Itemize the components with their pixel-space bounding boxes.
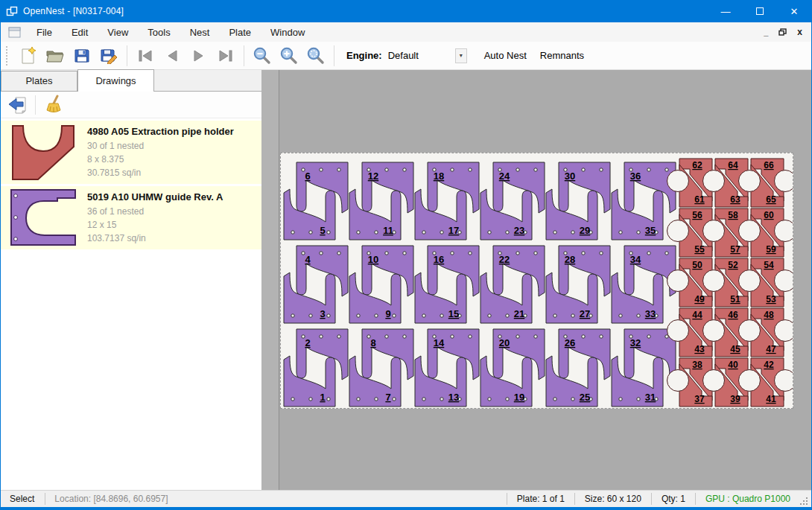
nested-part-34[interactable]: 34 <box>624 246 676 296</box>
svg-text:45: 45 <box>730 344 740 354</box>
svg-text:54: 54 <box>764 260 774 270</box>
red-part-circular-cutout <box>667 370 689 392</box>
nested-part-1[interactable] <box>284 356 335 407</box>
nested-part-36[interactable]: 36 <box>624 162 676 213</box>
red-part-circular-cutout <box>703 170 725 192</box>
minimize-icon[interactable]: — <box>708 0 743 22</box>
plate[interactable]: 6512111817242330293635431091615222128273… <box>280 153 793 409</box>
nested-part-22[interactable]: 22 <box>493 246 545 296</box>
nested-part-14[interactable]: 14 <box>428 329 479 380</box>
toolbar-grip[interactable] <box>6 46 10 66</box>
svg-text:10: 10 <box>368 254 378 265</box>
zoom-out-button[interactable] <box>249 44 276 68</box>
svg-text:55: 55 <box>694 244 705 255</box>
svg-text:26: 26 <box>565 337 575 348</box>
svg-text:39: 39 <box>730 394 740 404</box>
nested-part-26[interactable]: 26 <box>559 329 610 380</box>
svg-text:12: 12 <box>368 170 378 182</box>
nested-part-4[interactable]: 4 <box>296 246 348 296</box>
nested-part-32[interactable]: 32 <box>624 329 676 380</box>
mdi-restore-icon[interactable] <box>778 27 787 38</box>
nested-pair: 2423 <box>480 162 545 240</box>
previous-plate-button[interactable] <box>159 44 185 68</box>
engine-combo: Engine: Default ▾ <box>346 48 478 63</box>
nested-part-2[interactable]: 2 <box>296 329 348 380</box>
menu-plate[interactable]: Plate <box>219 24 261 41</box>
red-part-circular-cutout <box>775 370 793 392</box>
tab-drawings[interactable]: Drawings <box>77 69 154 92</box>
mdi-minimize-icon[interactable]: _ <box>764 30 768 34</box>
drawing-size: 8 x 8.375 <box>87 153 257 166</box>
nested-part-8[interactable]: 8 <box>362 329 413 380</box>
engine-value[interactable]: Default <box>388 50 455 61</box>
main-toolbar: Engine: Default ▾ Auto Nest Remnants <box>1 42 811 70</box>
nested-part-9[interactable] <box>349 272 401 323</box>
app-window: OpenNest - [N0317-004] — ✕ FileEditViewT… <box>0 0 812 510</box>
toolbar-separator <box>127 45 127 66</box>
save-as-button[interactable] <box>95 44 122 68</box>
last-plate-button[interactable] <box>212 44 239 68</box>
nested-part-16[interactable]: 16 <box>428 246 479 296</box>
status-gpu: GPU : Quadro P1000 <box>696 494 800 504</box>
svg-text:15: 15 <box>448 308 459 319</box>
nested-pair: 65 <box>284 162 348 240</box>
menu-nest[interactable]: Nest <box>180 24 220 41</box>
nested-part-20[interactable]: 20 <box>493 329 545 380</box>
nested-part-18[interactable]: 18 <box>428 162 479 213</box>
return-drawing-icon[interactable] <box>5 94 31 116</box>
maximize-icon[interactable] <box>743 0 777 22</box>
svg-text:63: 63 <box>730 194 740 205</box>
close-icon[interactable]: ✕ <box>777 0 811 22</box>
menu-file[interactable]: File <box>27 24 62 41</box>
drawing-item[interactable]: 4980 A05 Extraction pipe holder30 of 1 n… <box>1 121 261 184</box>
zoom-fit-button[interactable] <box>302 44 329 68</box>
svg-text:65: 65 <box>766 194 776 205</box>
nested-part-3[interactable] <box>284 272 335 323</box>
svg-text:5: 5 <box>320 225 325 236</box>
nested-part-7[interactable] <box>349 356 401 407</box>
new-file-button[interactable] <box>15 44 42 68</box>
clear-drawings-icon[interactable] <box>40 94 66 116</box>
nested-part-12[interactable]: 12 <box>362 162 413 213</box>
nested-part-6[interactable]: 6 <box>296 162 348 213</box>
auto-nest-button[interactable]: Auto Nest <box>478 45 533 66</box>
nested-pair: 43 <box>284 246 348 323</box>
nested-pair: 2019 <box>480 329 545 407</box>
menu-view[interactable]: View <box>98 24 138 41</box>
svg-text:21: 21 <box>514 308 524 319</box>
nested-part-10[interactable]: 10 <box>362 246 413 296</box>
drawing-title: 4980 A05 Extraction pipe holder <box>87 126 257 137</box>
next-plate-button[interactable] <box>185 44 212 68</box>
first-plate-button[interactable] <box>132 44 159 68</box>
svg-text:61: 61 <box>694 194 705 205</box>
document-window-icon[interactable] <box>8 27 21 38</box>
menu-edit[interactable]: Edit <box>62 24 98 41</box>
menu-window[interactable]: Window <box>261 24 314 41</box>
nested-part-24[interactable]: 24 <box>493 162 545 213</box>
status-location: Location: [84.8696, 60.6957] <box>45 494 177 504</box>
red-part-circular-cutout <box>739 220 761 242</box>
drawing-size: 12 x 15 <box>87 218 257 232</box>
zoom-in-button[interactable] <box>276 44 302 68</box>
resize-grip[interactable] <box>800 497 809 506</box>
mdi-close-icon[interactable]: x <box>797 27 802 37</box>
nested-part-28[interactable]: 28 <box>559 246 610 296</box>
open-file-button[interactable] <box>42 44 69 68</box>
nested-pair: 3231 <box>612 329 676 407</box>
panel-splitter[interactable] <box>261 70 279 490</box>
nested-part-30[interactable]: 30 <box>559 162 610 213</box>
nested-part-5[interactable] <box>284 189 335 240</box>
tab-plates[interactable]: Plates <box>1 71 77 91</box>
nest-canvas[interactable]: 6512111817242330293635431091615222128273… <box>279 70 811 490</box>
drawing-title: 5019 A10 UHMW guide Rev. A <box>87 191 257 203</box>
red-part-circular-cutout <box>739 170 761 192</box>
left-panel: PlatesDrawings 4980 A05 Extraction pipe … <box>1 70 261 490</box>
remnants-button[interactable]: Remnants <box>533 45 591 66</box>
save-button[interactable] <box>69 44 95 68</box>
nested-pair: 1615 <box>415 246 479 323</box>
menu-tools[interactable]: Tools <box>138 24 180 41</box>
svg-text:11: 11 <box>383 225 393 236</box>
engine-dropdown-icon[interactable]: ▾ <box>455 48 467 63</box>
drawing-item[interactable]: 5019 A10 UHMW guide Rev. A36 of 1 nested… <box>1 186 261 249</box>
svg-text:31: 31 <box>645 392 656 403</box>
